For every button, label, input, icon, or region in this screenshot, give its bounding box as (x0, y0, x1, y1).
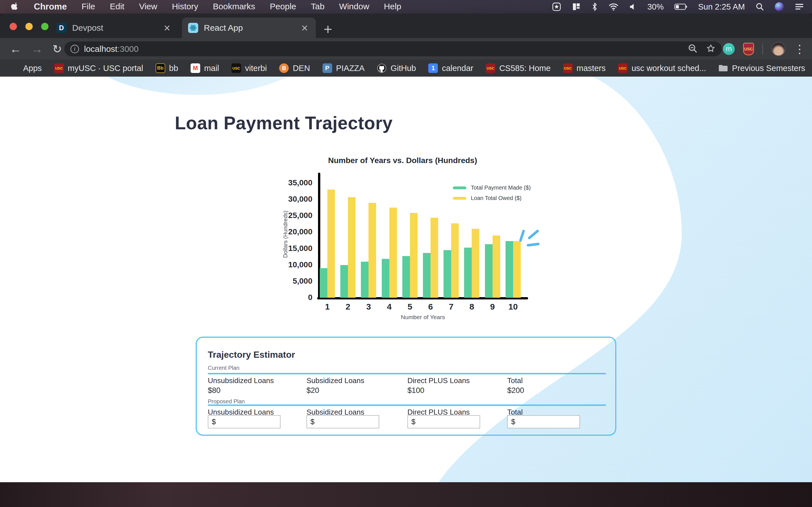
bookmark-star-icon[interactable] (706, 44, 716, 54)
bookmark-usc-workout-sched[interactable]: USCusc workout sched... (618, 63, 706, 73)
workflow-app-icon[interactable] (552, 2, 561, 11)
volume-icon[interactable] (629, 3, 637, 10)
close-tab-icon[interactable]: × (162, 23, 172, 33)
siri-icon[interactable] (775, 2, 784, 11)
den-icon: B (279, 63, 289, 73)
bookmark-den[interactable]: BDEN (279, 63, 310, 73)
menu-item-edit[interactable]: Edit (110, 2, 124, 12)
page-title: Loan Payment Trajectory (175, 113, 393, 133)
menu-item-window[interactable]: Window (339, 2, 369, 12)
bookmark-masters[interactable]: USCmasters (563, 63, 606, 73)
x-tick-label: 1 (320, 302, 335, 312)
chrome-menu-icon[interactable]: ⋮ (794, 43, 805, 55)
bar-group-year-7 (444, 183, 459, 298)
profile-avatar[interactable] (771, 42, 785, 56)
bar-loan-total-owed (327, 189, 335, 298)
x-tick-label: 3 (361, 302, 376, 312)
bookmark-mail[interactable]: Mmail (191, 63, 219, 73)
tab-strip: D Devpost × React App × + (0, 13, 812, 38)
bar-total-payment-made (340, 265, 348, 298)
input-unsubsidized-loans[interactable] (208, 415, 281, 429)
menu-item-bookmarks[interactable]: Bookmarks (213, 2, 255, 12)
zoom-window-button[interactable] (41, 23, 49, 30)
bb-icon: Bb (156, 63, 165, 73)
extension-usc-shield-icon[interactable]: USC (743, 43, 754, 55)
x-tick-label: 2 (340, 302, 356, 312)
menu-item-history[interactable]: History (172, 2, 198, 12)
menu-item-file[interactable]: File (82, 2, 95, 12)
minimize-window-button[interactable] (26, 23, 33, 30)
menu-item-help[interactable]: Help (384, 2, 402, 12)
bar-loan-total-owed (389, 208, 397, 298)
zoom-page-icon[interactable] (688, 44, 698, 54)
column-label-unsubsidized-loans: Unsubsidized Loans (208, 376, 274, 385)
screen: ChromeFileEditViewHistoryBookmarksPeople… (0, 0, 812, 507)
bookmark-previous-semesters[interactable]: Previous Semesters (718, 63, 805, 73)
y-tick-label: 30,000 (262, 194, 312, 204)
menu-item-tab[interactable]: Tab (311, 2, 324, 12)
tab-react-app[interactable]: React App × (182, 17, 316, 38)
value-direct-plus-loans: $100 (407, 386, 424, 395)
back-button[interactable]: ← (10, 42, 21, 56)
reload-button[interactable]: ↻ (52, 43, 62, 55)
section-divider (208, 373, 606, 374)
chart-title: Number of Years vs. Dollars (Hundreds) (264, 156, 541, 165)
bar-total-payment-made (382, 259, 389, 298)
extension-m-icon[interactable]: m (723, 43, 735, 55)
close-tab-icon[interactable]: × (300, 23, 310, 33)
bookmark-cs585-home[interactable]: USCCS585: Home (486, 63, 551, 73)
forward-button[interactable]: → (31, 42, 43, 56)
address-bar[interactable]: i localhost :3000 (64, 41, 722, 56)
input-total[interactable] (507, 415, 580, 429)
bookmarks-bar: AppsUSCmyUSC · USC portalBbbbMmailUSCvit… (0, 60, 812, 76)
bookmark-bb[interactable]: Bbbb (156, 63, 178, 73)
wifi-icon[interactable] (608, 3, 619, 11)
y-tick-label: 20,000 (262, 227, 312, 236)
bar-total-payment-made (506, 241, 513, 298)
x-axis-label: Number of Years (319, 314, 527, 321)
spotlight-search-icon[interactable] (756, 3, 764, 11)
value-unsubsidized-loans: $80 (208, 386, 220, 395)
notification-list-icon[interactable] (795, 3, 804, 11)
menu-item-people[interactable]: People (270, 2, 296, 12)
url-host: localhost (84, 44, 117, 54)
bar-loan-total-owed (368, 203, 376, 298)
bookmark-apps[interactable]: Apps (10, 63, 42, 73)
menu-item-view[interactable]: View (139, 2, 157, 12)
x-tick-label: 6 (423, 302, 438, 312)
value-subsidized-loans: $20 (306, 386, 319, 395)
bookmark-label: masters (576, 64, 606, 73)
bookmark-viterbi[interactable]: USCviterbi (232, 63, 267, 73)
bookmark-piazza[interactable]: PPIAZZA (322, 63, 365, 73)
devpost-favicon: D (56, 23, 66, 33)
page-content: Loan Payment Trajectory Number of Years … (0, 76, 812, 482)
bar-loan-total-owed (472, 229, 479, 298)
site-info-icon[interactable]: i (70, 45, 79, 53)
x-tick-label: 4 (382, 302, 397, 312)
input-direct-plus-loans[interactable] (407, 415, 480, 429)
bar-total-payment-made (444, 250, 451, 298)
apple-menu-icon[interactable] (11, 2, 19, 11)
close-window-button[interactable] (10, 23, 17, 30)
react-favicon (188, 23, 198, 33)
menu-clock[interactable]: Sun 2:25 AM (698, 2, 745, 11)
bar-group-year-8 (464, 183, 479, 298)
input-subsidized-loans[interactable] (306, 415, 379, 429)
bookmark-label: myUSC · USC portal (68, 64, 143, 73)
tab-devpost[interactable]: D Devpost × (54, 17, 175, 38)
panels-icon[interactable] (572, 2, 581, 11)
menu-item-chrome[interactable]: Chrome (34, 2, 67, 12)
bookmark-label: Previous Semesters (732, 64, 805, 73)
new-tab-button[interactable]: + (324, 21, 332, 38)
column-label-direct-plus-loans: Direct PLUS Loans (407, 376, 470, 385)
bluetooth-icon[interactable] (592, 2, 598, 11)
x-tick-label: 7 (444, 302, 459, 312)
bar-total-payment-made (485, 244, 493, 298)
legend-label: Total Payment Made ($) (471, 184, 530, 191)
battery-icon[interactable] (674, 3, 688, 10)
bookmark-calendar[interactable]: 1calendar (428, 63, 473, 73)
bookmark-myusc-usc-portal[interactable]: USCmyUSC · USC portal (54, 63, 143, 73)
bookmark-label: mail (204, 64, 219, 73)
x-tick-label: 8 (464, 302, 479, 312)
bookmark-github[interactable]: GitHub (377, 63, 416, 73)
